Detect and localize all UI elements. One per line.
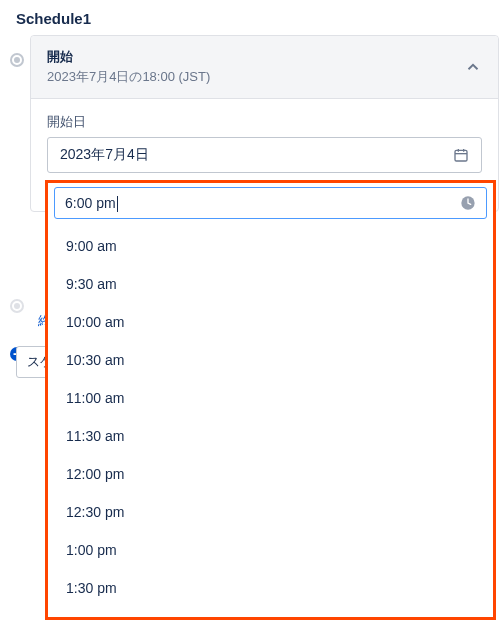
- card-header-subtitle: 2023年7月4日の18:00 (JST): [47, 68, 210, 86]
- time-option[interactable]: 10:30 am: [48, 341, 493, 379]
- card-header[interactable]: 開始 2023年7月4日の18:00 (JST): [31, 36, 498, 99]
- timeline-start-dot: [10, 53, 24, 67]
- page-title: Schedule1: [0, 0, 503, 35]
- time-option[interactable]: 1:00 pm: [48, 531, 493, 569]
- start-date-label: 開始日: [47, 113, 482, 131]
- time-option[interactable]: 10:00 am: [48, 303, 493, 341]
- time-option[interactable]: 11:30 am: [48, 417, 493, 455]
- time-picker-dropdown: 6:00 pm 9:00 am9:30 am10:00 am10:30 am11…: [45, 180, 496, 620]
- time-input[interactable]: 6:00 pm: [54, 187, 487, 219]
- start-date-value: 2023年7月4日: [60, 146, 149, 164]
- time-option[interactable]: 12:30 pm: [48, 493, 493, 531]
- time-input-value: 6:00 pm: [65, 195, 116, 211]
- timeline-end-dot: [10, 299, 24, 313]
- time-option[interactable]: 1:30 pm: [48, 569, 493, 607]
- start-date-input[interactable]: 2023年7月4日: [47, 137, 482, 173]
- time-option[interactable]: 12:00 pm: [48, 455, 493, 493]
- chevron-up-icon: [464, 58, 482, 76]
- time-option[interactable]: 9:30 am: [48, 265, 493, 303]
- time-option[interactable]: 2:00 pm: [48, 607, 493, 617]
- calendar-icon: [453, 147, 469, 163]
- time-options-list[interactable]: 9:00 am9:30 am10:00 am10:30 am11:00 am11…: [48, 223, 493, 617]
- card-header-title: 開始: [47, 48, 210, 66]
- time-option[interactable]: 11:00 am: [48, 379, 493, 417]
- clock-icon: [460, 195, 476, 211]
- time-option[interactable]: 9:00 am: [48, 227, 493, 265]
- svg-rect-0: [455, 150, 467, 161]
